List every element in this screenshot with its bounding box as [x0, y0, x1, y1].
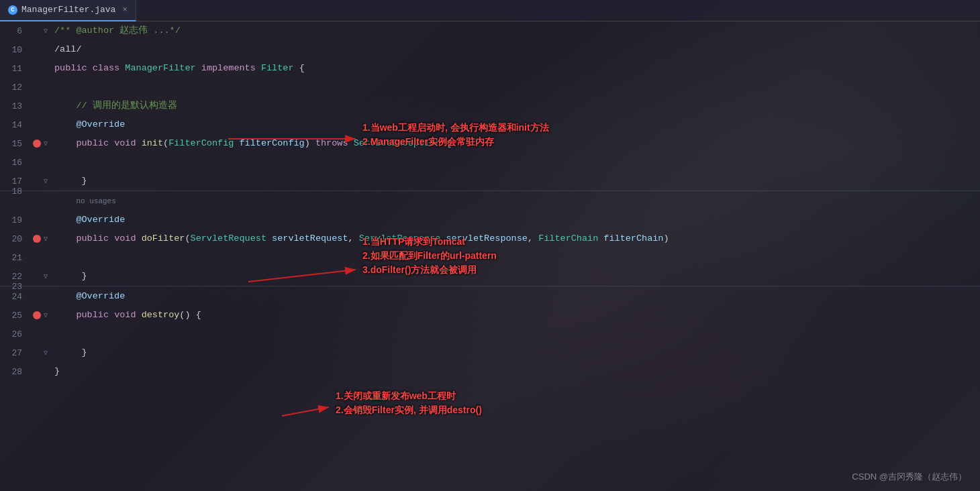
- line-number: 15: [0, 139, 30, 149]
- fold-gutter[interactable]: ▽: [44, 27, 52, 35]
- line-number: 11: [0, 64, 30, 74]
- line-number: 23: [0, 282, 30, 292]
- line-number: 19: [0, 215, 30, 225]
- watermark: CSDN @吉冈秀隆（赵志伟）: [852, 471, 967, 483]
- code-row: 11public class ManagerFilter implements …: [0, 59, 980, 78]
- line-code: public void doFilter(ServletRequest serv…: [52, 229, 980, 248]
- code-row: 21: [0, 248, 980, 267]
- fold-gutter[interactable]: ▽: [44, 311, 52, 319]
- tab-close-button[interactable]: ×: [122, 5, 127, 15]
- line-gutter: [30, 235, 44, 243]
- code-row: no usages: [0, 192, 980, 211]
- code-row: 25▽ public void destroy() {: [0, 306, 980, 325]
- line-code: }: [52, 343, 980, 362]
- line-code: [52, 325, 980, 343]
- line-number: 6: [0, 26, 30, 36]
- code-row: 27▽ }: [0, 343, 980, 362]
- file-tab[interactable]: C ManagerFilter.java ×: [0, 0, 136, 21]
- code-row: 13 // 调用的是默认构造器: [0, 97, 980, 115]
- line-code: /all/: [52, 40, 980, 59]
- fold-gutter[interactable]: ▽: [44, 349, 52, 357]
- line-code: [52, 153, 980, 172]
- line-number: 12: [0, 83, 30, 93]
- code-row: 16: [0, 153, 980, 172]
- line-gutter: [30, 140, 44, 148]
- line-number: 22: [0, 272, 30, 282]
- line-number: 25: [0, 311, 30, 321]
- code-row: 6▽/** @author 赵志伟 ...*/: [0, 21, 980, 40]
- breakpoint-icon[interactable]: [33, 235, 41, 243]
- line-code: // 调用的是默认构造器: [52, 97, 980, 115]
- line-code: public void destroy() {: [52, 306, 980, 325]
- code-editor: 6▽/** @author 赵志伟 ...*/10/all/11public c…: [0, 21, 980, 491]
- fold-gutter[interactable]: ▽: [44, 177, 52, 185]
- code-row: 20▽ public void doFilter(ServletRequest …: [0, 229, 980, 248]
- breakpoint-icon[interactable]: [33, 311, 41, 319]
- line-number: 17: [0, 176, 30, 186]
- code-row: 12: [0, 78, 980, 97]
- line-number: 18: [0, 186, 30, 197]
- line-number: 16: [0, 158, 30, 168]
- fold-gutter[interactable]: ▽: [44, 272, 52, 280]
- line-number: 24: [0, 292, 30, 302]
- line-code: /** @author 赵志伟 ...*/: [52, 21, 980, 40]
- line-code: }: [52, 267, 980, 286]
- line-code: @Override: [52, 115, 980, 134]
- line-number: 21: [0, 253, 30, 263]
- line-code: }: [52, 362, 980, 381]
- line-code: no usages: [52, 192, 980, 211]
- code-row: 10/all/: [0, 40, 980, 59]
- line-code: [52, 248, 980, 267]
- line-gutter: [30, 311, 44, 319]
- code-row: 19 @Override: [0, 211, 980, 229]
- line-code: @Override: [52, 211, 980, 229]
- line-number: 13: [0, 101, 30, 111]
- line-code: public class ManagerFilter implements Fi…: [52, 59, 980, 78]
- code-lines: 6▽/** @author 赵志伟 ...*/10/all/11public c…: [0, 21, 980, 381]
- code-row: 22▽ }: [0, 267, 980, 286]
- line-number: 27: [0, 348, 30, 358]
- line-code: @Override: [52, 287, 980, 306]
- code-row: 26: [0, 325, 980, 343]
- line-code: }: [52, 172, 980, 190]
- java-icon: C: [8, 5, 17, 15]
- code-row: 28}: [0, 362, 980, 381]
- line-code: public void init(FilterConfig filterConf…: [52, 134, 980, 153]
- code-row: 24 @Override: [0, 287, 980, 306]
- line-number: 28: [0, 367, 30, 377]
- code-row: 17▽ }: [0, 172, 980, 190]
- fold-gutter[interactable]: ▽: [44, 235, 52, 243]
- fold-gutter[interactable]: ▽: [44, 140, 52, 148]
- code-row: 14 @Override: [0, 115, 980, 134]
- line-number: 14: [0, 120, 30, 130]
- line-number: 26: [0, 329, 30, 339]
- line-number: 10: [0, 45, 30, 55]
- line-number: 20: [0, 234, 30, 244]
- code-row: 15▽ public void init(FilterConfig filter…: [0, 134, 980, 153]
- tab-bar: C ManagerFilter.java ×: [0, 0, 980, 21]
- breakpoint-icon[interactable]: [33, 140, 41, 148]
- tab-filename: ManagerFilter.java: [21, 5, 115, 15]
